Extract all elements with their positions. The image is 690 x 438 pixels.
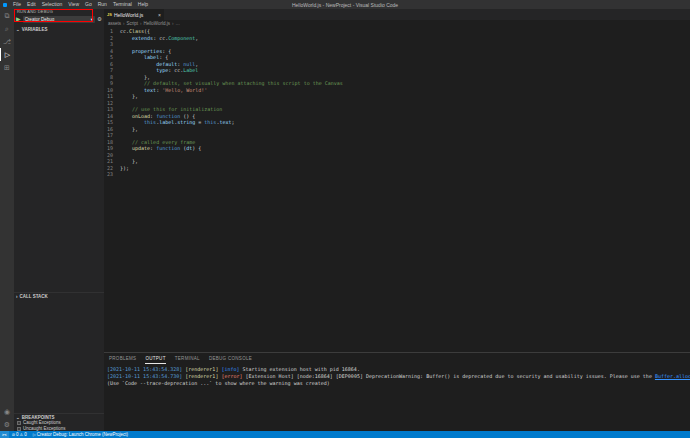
checkbox-icon[interactable] [17, 427, 21, 431]
breakpoint-label: Caught Exceptions [23, 420, 61, 425]
warning-icon: ⚠ [20, 432, 24, 437]
panel-tab-bar: PROBLEMSOUTPUTTERMINALDEBUG CONSOLE [104, 353, 690, 364]
vscode-logo-icon [3, 3, 7, 7]
problems-status[interactable]: ⊘ 0 ⚠ 0 [9, 432, 30, 437]
code-text: }, [120, 93, 138, 100]
run-and-debug-sidebar: RUN AND DEBUG ▶ Creator Debug ▾ ⚙ ⌄ VARI… [14, 9, 104, 431]
panel-tab-debug-console[interactable]: DEBUG CONSOLE [209, 353, 252, 364]
menu-item-go[interactable]: Go [82, 0, 95, 9]
menu-item-edit[interactable]: Edit [24, 0, 39, 9]
checkbox-icon[interactable] [17, 421, 21, 425]
activity-bar: ⧉⌕⎇▷⊞◉⚙ [0, 9, 14, 431]
debug-config-dropdown[interactable]: Creator Debug ▾ [23, 16, 95, 23]
output-console[interactable]: [2021-10-11 15:43:54.328] [renderer1] [i… [104, 364, 690, 431]
output-line: (Use `Code --trace-deprecation ...` to s… [107, 380, 690, 387]
debug-play-icon: ▷ [33, 432, 36, 437]
menu-item-selection[interactable]: Selection [39, 0, 66, 9]
panel-tab-output[interactable]: OUTPUT [145, 353, 165, 364]
chevron-right-icon: › [123, 21, 125, 26]
debug-toolbar: ▶ Creator Debug ▾ ⚙ [14, 14, 104, 24]
debug-config-label: Creator Debug [25, 17, 55, 22]
tab-label: HelloWorld.js [114, 12, 143, 18]
run-and-debug-icon[interactable]: ▷ [0, 48, 14, 61]
start-debug-button[interactable]: ▶ [16, 14, 21, 24]
line-number[interactable]: 23 [104, 171, 120, 178]
code-text: update: function (dt) { [120, 145, 201, 152]
code-editor[interactable]: 1cc.Class({2 extends: cc.Component,34 pr… [104, 27, 690, 352]
bottom-panel: PROBLEMSOUTPUTTERMINALDEBUG CONSOLE [202… [104, 352, 690, 431]
window-title: HelloWorld.js - NewProject - Visual Stud… [160, 2, 530, 8]
menu-item-help[interactable]: Help [135, 0, 151, 9]
account-icon[interactable]: ◉ [0, 405, 14, 418]
source-control-icon[interactable]: ⎇ [0, 35, 14, 48]
menu-item-view[interactable]: View [65, 0, 82, 9]
menu-bar: FileEditSelectionViewGoRunTerminalHelp [10, 0, 151, 9]
extensions-icon[interactable]: ⊞ [0, 61, 14, 74]
search-icon[interactable]: ⌕ [0, 22, 14, 35]
debug-status[interactable]: ▷ Creator Debug: Launch Chrome (NewProje… [30, 432, 131, 437]
close-icon[interactable]: × [158, 12, 161, 18]
breakpoint-row[interactable]: Caught Exceptions [17, 420, 104, 425]
tab-helloworld[interactable]: JS HelloWorld.js × [104, 9, 164, 20]
breadcrumb-item[interactable]: HelloWorld.js [144, 21, 170, 26]
explorer-icon[interactable]: ⧉ [0, 9, 14, 22]
js-file-icon: JS [107, 12, 112, 17]
breakpoints-section-header[interactable]: ⌄ BREAKPOINTS [14, 413, 104, 420]
output-line: [2021-10-11 15:43:54.328] [renderer1] [i… [107, 366, 690, 373]
variables-section-header[interactable]: ⌄ VARIABLES [14, 26, 104, 33]
menu-item-file[interactable]: File [10, 0, 24, 9]
panel-tab-problems[interactable]: PROBLEMS [109, 353, 136, 364]
chevron-right-icon: › [140, 21, 142, 26]
chevron-right-icon: › [16, 294, 18, 299]
settings-icon[interactable]: ⚙ [0, 418, 14, 431]
output-link[interactable]: Buffer.alloc() [655, 373, 690, 379]
breadcrumb-item[interactable]: … [175, 21, 180, 26]
chevron-down-icon: ⌄ [16, 415, 20, 420]
title-bar: FileEditSelectionViewGoRunTerminalHelp H… [0, 0, 690, 9]
code-text: extends: cc.Component, [120, 35, 198, 42]
breadcrumb: assets›Script›HelloWorld.js›… [104, 20, 690, 27]
breadcrumb-item[interactable]: assets [108, 21, 121, 26]
code-text: }, [120, 126, 138, 133]
status-bar: >< ⊘ 0 ⚠ 0 ▷ Creator Debug: Launch Chrom… [0, 431, 690, 438]
output-line: [2021-10-11 15:43:54.730] [renderer1] [e… [107, 373, 690, 380]
chevron-down-icon: ▾ [91, 17, 93, 22]
menu-item-terminal[interactable]: Terminal [110, 0, 135, 9]
tab-bar: JS HelloWorld.js × [104, 9, 690, 20]
error-icon: ⊘ [12, 432, 15, 437]
breadcrumb-item[interactable]: Script [127, 21, 139, 26]
code-text: }); [120, 165, 129, 172]
call-stack-section-header[interactable]: › CALL STACK [14, 292, 104, 299]
chevron-down-icon: ⌄ [16, 27, 20, 32]
menu-item-run[interactable]: Run [95, 0, 110, 9]
code-line[interactable]: 23 [104, 171, 690, 178]
chevron-right-icon: › [172, 21, 174, 26]
editor: JS HelloWorld.js × assets›Script›HelloWo… [104, 9, 690, 431]
remote-indicator[interactable]: >< [0, 431, 9, 438]
panel-tab-terminal[interactable]: TERMINAL [175, 353, 200, 364]
debug-settings-icon[interactable]: ⚙ [97, 16, 102, 22]
